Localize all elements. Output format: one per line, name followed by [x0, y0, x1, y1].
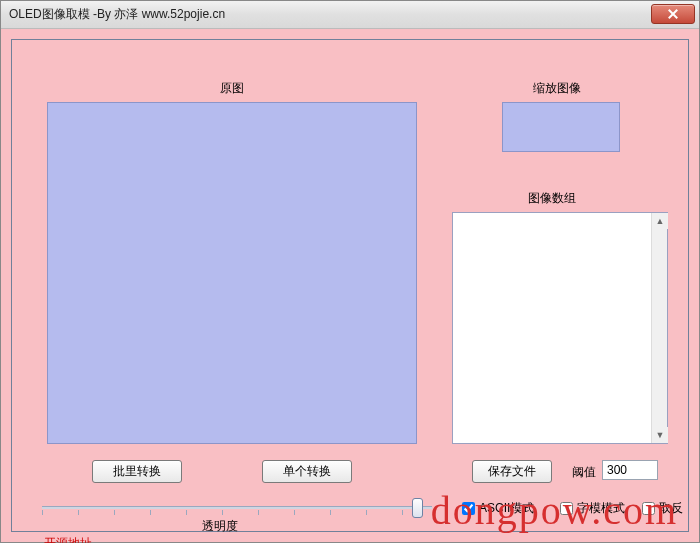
- slider-thumb[interactable]: [412, 498, 423, 518]
- single-convert-button[interactable]: 单个转换: [262, 460, 352, 483]
- window-controls: [651, 4, 695, 24]
- image-array-label: 图像数组: [452, 190, 652, 207]
- scroll-down-icon[interactable]: ▼: [652, 427, 668, 443]
- invert-checkbox-wrap[interactable]: 取反: [642, 500, 683, 517]
- array-scrollbar[interactable]: ▲ ▼: [651, 213, 667, 443]
- source-link[interactable]: 开源地址: [44, 535, 92, 543]
- font-mode-checkbox[interactable]: [560, 502, 573, 515]
- slider-ticks: [42, 510, 432, 515]
- invert-label: 取反: [659, 500, 683, 517]
- inner-panel: 原图 缩放图像 图像数组 ▲ ▼ 批里转换 单个转换 保存文件 阈值 透明度: [11, 39, 689, 532]
- font-mode-label: 字模模式: [577, 500, 625, 517]
- font-mode-checkbox-wrap[interactable]: 字模模式: [560, 500, 625, 517]
- original-image-canvas[interactable]: [47, 102, 417, 444]
- titlebar[interactable]: OLED图像取模 -By 亦泽 www.52pojie.cn: [1, 1, 699, 29]
- client-area: 原图 缩放图像 图像数组 ▲ ▼ 批里转换 单个转换 保存文件 阈值 透明度: [1, 29, 699, 542]
- threshold-label: 阈值: [572, 464, 596, 481]
- opacity-slider[interactable]: [42, 495, 432, 519]
- original-image-label: 原图: [47, 80, 417, 97]
- zoomed-image-canvas: [502, 102, 620, 152]
- image-array-textarea[interactable]: ▲ ▼: [452, 212, 668, 444]
- scroll-up-icon[interactable]: ▲: [652, 213, 668, 229]
- ascii-mode-checkbox-wrap[interactable]: ASCII模式: [462, 500, 534, 517]
- close-button[interactable]: [651, 4, 695, 24]
- invert-checkbox[interactable]: [642, 502, 655, 515]
- close-icon: [668, 9, 679, 20]
- opacity-label: 透明度: [202, 518, 238, 535]
- zoomed-image-label: 缩放图像: [492, 80, 622, 97]
- window-title: OLED图像取模 -By 亦泽 www.52pojie.cn: [5, 6, 225, 23]
- batch-convert-button[interactable]: 批里转换: [92, 460, 182, 483]
- slider-track: [42, 506, 432, 509]
- app-window: OLED图像取模 -By 亦泽 www.52pojie.cn 原图 缩放图像 图…: [0, 0, 700, 543]
- save-file-button[interactable]: 保存文件: [472, 460, 552, 483]
- ascii-mode-checkbox[interactable]: [462, 502, 475, 515]
- threshold-input[interactable]: [602, 460, 658, 480]
- ascii-mode-label: ASCII模式: [479, 500, 534, 517]
